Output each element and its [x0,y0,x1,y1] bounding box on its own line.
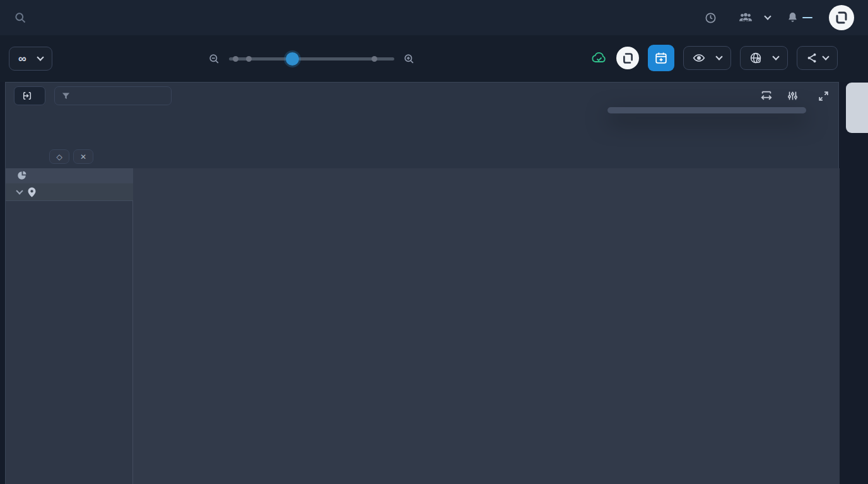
notifications-button[interactable] [787,11,812,24]
zoom-stop[interactable] [233,56,238,62]
company-selector[interactable] [739,12,770,23]
team-icon [739,12,753,23]
calendar-body [6,168,838,484]
zoom-slider-thumb[interactable] [286,52,299,66]
eye-icon [693,53,705,63]
timeline-mode-dropdown[interactable]: ∞ [9,47,52,71]
filter-input-box[interactable] [54,86,172,105]
globe-clock-icon [749,52,762,64]
display-settings-button[interactable] [787,90,804,101]
new-booking-button[interactable] [648,45,674,71]
freispace-logo-icon [621,52,635,65]
sliders-icon [787,90,798,101]
zoom-stop[interactable] [372,56,377,62]
chevron-down-icon [16,187,23,194]
zoom-out-icon[interactable] [208,53,220,65]
global-search[interactable] [14,11,317,24]
timer [705,12,722,24]
chevron-down-icon [822,53,829,60]
timezone-dropdown[interactable] [740,46,788,70]
zoom-in-icon[interactable] [403,53,415,65]
fullscreen-icon[interactable] [818,90,830,102]
funnel-icon [61,91,71,101]
calendar-toolbar [6,83,838,109]
chevron-down-icon [764,13,771,20]
visibility-filter-dropdown[interactable] [683,46,731,70]
share-nodes-icon [806,52,818,64]
chevron-down-icon [772,53,779,60]
filter-input[interactable] [76,91,158,101]
calendar-plus-icon [654,51,668,65]
zoom-stop[interactable] [246,56,252,62]
zoom-slider[interactable] [229,57,394,60]
fit-width-icon[interactable] [760,89,773,102]
date-header: ◇ ✕ [6,109,838,168]
schedule-grid[interactable] [133,168,840,484]
sort-resources-button[interactable]: ◇ [49,149,69,164]
notification-count-badge [802,17,812,18]
user-avatar[interactable] [829,5,854,30]
pie-chart-icon [17,171,26,180]
search-input[interactable] [33,12,298,23]
clear-selection-button[interactable]: ✕ [73,149,93,164]
freispace-logo-icon [834,10,849,25]
share-dropdown[interactable] [797,46,838,70]
search-icon [14,11,26,24]
resource-sidebar [6,168,133,484]
active-user-avatar[interactable] [616,47,639,69]
location-pin-icon [28,187,36,197]
utilisation-row [6,168,133,183]
display-settings-panel [607,107,806,113]
months-side-tab[interactable] [846,83,868,133]
today-button[interactable] [14,86,45,105]
date-header-days [133,109,840,168]
clock-icon [705,12,717,24]
infinity-icon: ∞ [18,55,26,62]
calendar-today-icon [22,91,32,101]
chevron-down-icon [37,54,44,60]
zoom-slider-zone [208,47,416,71]
bell-icon [787,11,799,24]
top-bar [0,0,868,35]
location-row[interactable] [6,183,133,201]
scheduler-region: ◇ ✕ [5,82,839,484]
chevron-down-icon [715,53,722,60]
cloud-sync-icon [591,51,607,65]
timeline-toolbar: ∞ [0,35,868,82]
